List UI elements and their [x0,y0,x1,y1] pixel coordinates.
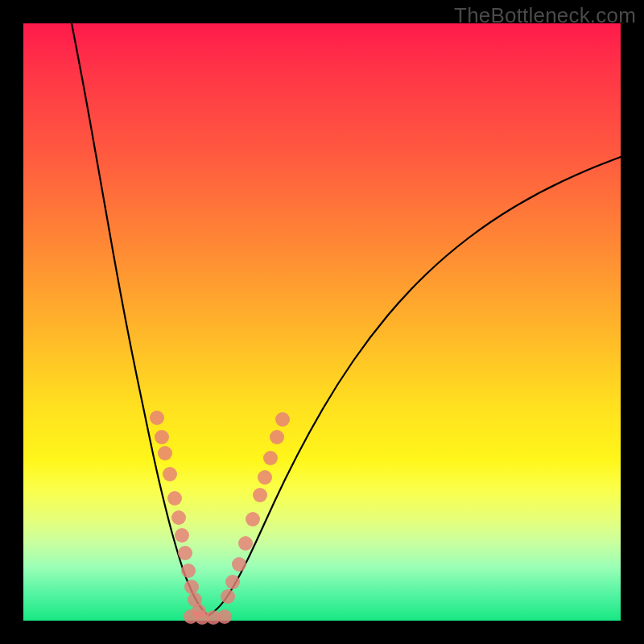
marker-dot [178,546,192,560]
marker-dot [155,430,169,444]
marker-dot [263,451,278,465]
marker-dot [275,412,290,427]
marker-dot [258,470,272,485]
marker-dot [238,536,253,551]
marker-dot [167,491,182,506]
plot-area [23,23,621,621]
marker-dot [232,557,246,572]
marker-dot [150,411,164,425]
chart-stage: TheBottleneck.com [0,0,644,644]
marker-layer [150,411,290,625]
marker-dot [171,510,186,525]
marker-dot [225,575,240,589]
marker-dot [181,564,196,578]
marker-dot [175,528,189,543]
marker-dot [217,609,232,624]
marker-dot [158,446,172,460]
curve-layer [23,23,621,621]
left-curve [72,23,208,616]
marker-dot [246,512,260,526]
marker-dot [270,430,284,444]
marker-dot [253,488,267,502]
marker-dot [221,589,235,604]
marker-dot [184,580,199,594]
right-curve [208,157,621,616]
marker-dot [163,467,177,481]
